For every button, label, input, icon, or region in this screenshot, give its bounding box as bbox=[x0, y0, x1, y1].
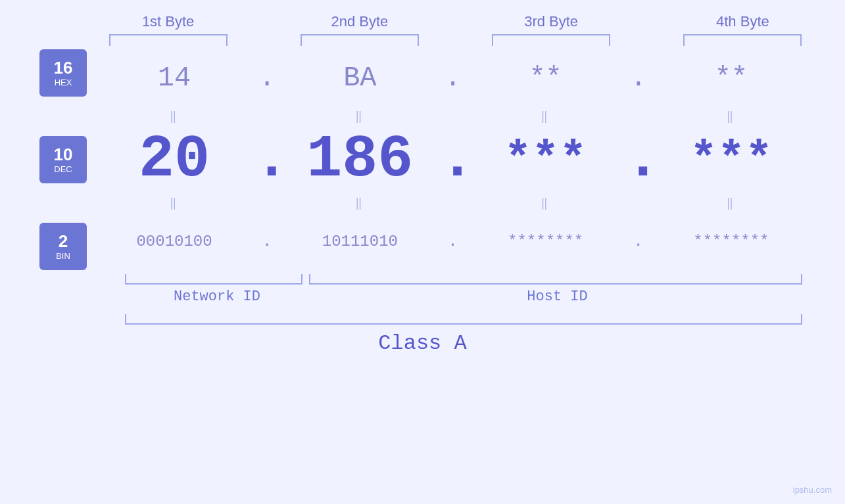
eq-1-1: ‖ bbox=[105, 109, 243, 124]
eq-1-4: ‖ bbox=[662, 109, 800, 124]
bin-row: 00010100 . 10111010 . ******** . *******… bbox=[100, 213, 806, 270]
bin-num: 2 bbox=[59, 232, 68, 251]
hex-dot-2: . bbox=[439, 62, 466, 94]
host-id-label: Host ID bbox=[309, 288, 806, 305]
main-container: 1st Byte 2nd Byte 3rd Byte 4th Byte 16 H… bbox=[0, 0, 845, 504]
bin-val-3: ******** bbox=[477, 233, 615, 250]
hex-num: 16 bbox=[54, 58, 73, 78]
bin-val-1: 00010100 bbox=[105, 233, 243, 250]
dec-num: 10 bbox=[54, 145, 73, 164]
bin-val-2: 10111010 bbox=[291, 233, 429, 250]
bracket-top-2 bbox=[301, 34, 419, 46]
main-grid: 16 HEX 10 DEC 2 BIN 14 . BA . ** . ** bbox=[39, 49, 806, 270]
dec-val-2: 186 bbox=[291, 126, 429, 193]
hex-val-3: ** bbox=[477, 62, 615, 94]
eq-2-3: ‖ bbox=[477, 196, 615, 210]
id-labels-row: Network ID Host ID bbox=[125, 288, 806, 305]
outer-bracket bbox=[125, 314, 802, 325]
network-id-label: Network ID bbox=[125, 288, 309, 305]
byte-col-2: 2nd Byte bbox=[264, 13, 455, 46]
bin-dot-3: . bbox=[625, 233, 652, 250]
byte-label-4: 4th Byte bbox=[716, 13, 769, 30]
eq-2-2: ‖ bbox=[291, 196, 429, 210]
bin-val-4: ******** bbox=[662, 233, 800, 250]
dec-row: 20 . 186 . *** . *** bbox=[100, 126, 806, 193]
bracket-row bbox=[125, 274, 802, 285]
bracket-top-3 bbox=[492, 34, 610, 46]
dec-val-3: *** bbox=[477, 134, 615, 186]
dec-dot-2: . bbox=[439, 126, 466, 193]
eq-1-3: ‖ bbox=[477, 109, 615, 124]
hex-val-4: ** bbox=[662, 62, 800, 94]
dec-name: DEC bbox=[54, 164, 72, 174]
watermark: ipshu.com bbox=[793, 485, 832, 495]
base-labels: 16 HEX 10 DEC 2 BIN bbox=[39, 49, 87, 270]
hex-row: 14 . BA . ** . ** bbox=[100, 49, 806, 106]
dec-dot-3: . bbox=[625, 126, 652, 193]
hex-val-2: BA bbox=[291, 62, 429, 94]
byte-label-1: 1st Byte bbox=[142, 13, 194, 30]
eq-2-4: ‖ bbox=[662, 196, 800, 210]
hex-badge: 16 HEX bbox=[39, 49, 87, 97]
hex-dot-1: . bbox=[254, 62, 280, 94]
bracket-top-4 bbox=[683, 34, 802, 46]
dec-val-4: *** bbox=[662, 134, 800, 186]
eq-1-2: ‖ bbox=[291, 109, 429, 124]
byte-col-1: 1st Byte bbox=[72, 13, 264, 46]
hex-val-1: 14 bbox=[105, 62, 243, 94]
bracket-top-1 bbox=[109, 34, 228, 46]
byte-col-3: 3rd Byte bbox=[456, 13, 647, 46]
bottom-area: Network ID Host ID Class A bbox=[39, 274, 806, 355]
dec-badge: 10 DEC bbox=[39, 136, 87, 183]
bin-dot-1: . bbox=[254, 233, 280, 250]
byte-col-4: 4th Byte bbox=[647, 13, 838, 46]
eq-2-1: ‖ bbox=[105, 196, 243, 210]
class-label: Class A bbox=[39, 331, 806, 355]
network-bracket bbox=[125, 274, 302, 285]
dec-val-1: 20 bbox=[105, 126, 243, 193]
hex-name: HEX bbox=[55, 78, 72, 87]
bin-dot-2: . bbox=[439, 233, 466, 250]
host-bracket bbox=[309, 274, 802, 285]
byte-headers: 1st Byte 2nd Byte 3rd Byte 4th Byte bbox=[72, 13, 838, 46]
equals-row-2: ‖ ‖ ‖ ‖ bbox=[100, 193, 806, 213]
hex-dot-3: . bbox=[625, 62, 652, 94]
byte-label-3: 3rd Byte bbox=[524, 13, 578, 30]
dec-dot-1: . bbox=[254, 126, 280, 193]
byte-label-2: 2nd Byte bbox=[331, 13, 388, 30]
equals-row-1: ‖ ‖ ‖ ‖ bbox=[100, 106, 806, 126]
rows-area: 14 . BA . ** . ** ‖ ‖ ‖ ‖ 20 . bbox=[100, 49, 806, 270]
bin-badge: 2 BIN bbox=[39, 223, 87, 270]
bin-name: BIN bbox=[56, 251, 70, 261]
